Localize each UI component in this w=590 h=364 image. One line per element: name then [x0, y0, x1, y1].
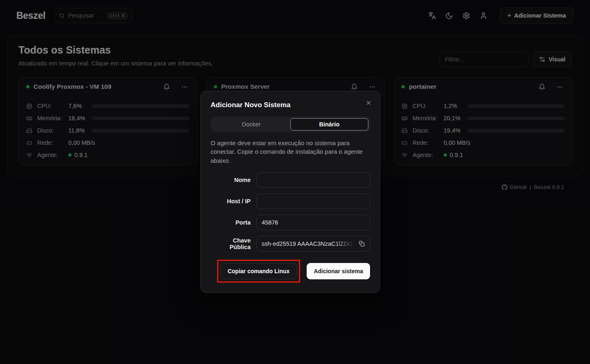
public-key-label: Chave Pública — [211, 237, 256, 250]
add-system-dialog: Adicionar Novo Sistema Docker Binário O … — [200, 91, 380, 293]
name-label: Nome — [211, 177, 256, 183]
copy-linux-command-button[interactable]: Copiar comando Linux — [220, 263, 297, 279]
copy-key-button[interactable] — [358, 240, 366, 247]
port-label: Porta — [211, 219, 256, 226]
dialog-tabs: Docker Binário — [211, 117, 370, 132]
public-key-field[interactable]: ssh-ed25519 AAAAC3NzaC1lZDI1 — [256, 236, 370, 252]
close-button[interactable] — [363, 98, 373, 108]
beszel-dashboard: Beszel Pesquisar Ctrl K + Adicion — [0, 0, 590, 364]
dialog-title: Adicionar Novo Sistema — [211, 101, 370, 109]
name-field[interactable] — [256, 172, 370, 188]
tab-binary[interactable]: Binário — [290, 118, 368, 130]
public-key-value: ssh-ed25519 AAAAC3NzaC1lZDI1 — [262, 240, 355, 247]
dialog-form: Nome Host / IP Porta Chave Pública ssh-e… — [211, 172, 370, 252]
form-row-name: Nome — [211, 172, 370, 188]
host-field[interactable] — [256, 193, 370, 209]
port-field[interactable] — [256, 215, 370, 230]
tab-docker[interactable]: Docker — [212, 118, 290, 130]
annotation-highlight: Copiar comando Linux — [217, 260, 301, 283]
close-icon — [366, 100, 372, 106]
form-row-port: Porta — [211, 215, 370, 230]
add-system-submit-button[interactable]: Adicionar sistema — [307, 263, 370, 279]
dialog-description: O agente deve estar em execução no siste… — [211, 139, 370, 165]
form-row-host: Host / IP — [211, 193, 370, 209]
host-label: Host / IP — [211, 198, 256, 204]
form-row-public-key: Chave Pública ssh-ed25519 AAAAC3NzaC1lZD… — [211, 236, 370, 252]
dialog-actions: Copiar comando Linux Adicionar sistema — [211, 260, 370, 283]
copy-icon — [359, 240, 365, 247]
